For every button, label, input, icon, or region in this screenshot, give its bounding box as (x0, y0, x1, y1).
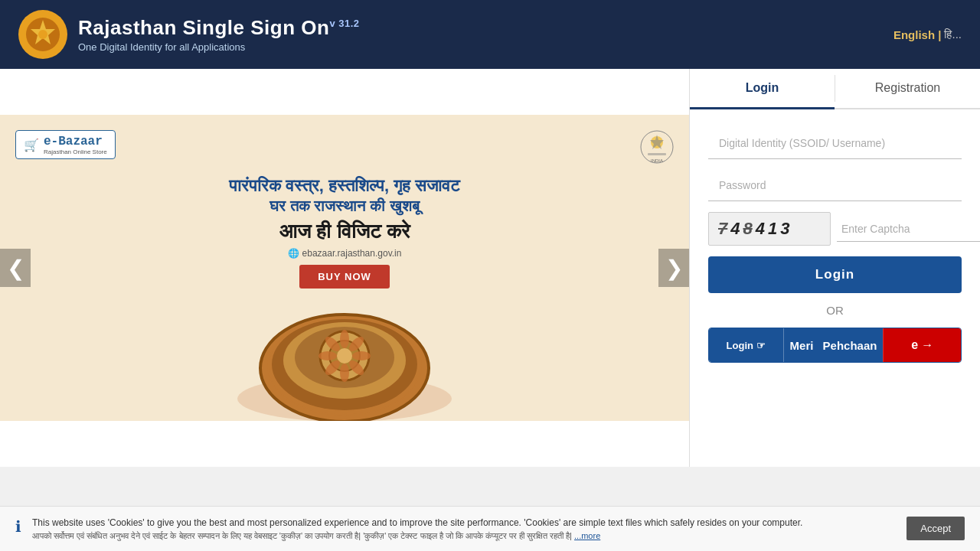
captcha-digit-4: 4 (756, 219, 765, 239)
svg-point-21 (340, 364, 349, 382)
alt-login-ekart-button[interactable]: e → (883, 328, 961, 362)
slide-cta-text: आज ही विजिट करे (279, 220, 410, 243)
meri-text: Meri (790, 339, 814, 352)
version-label: v 31.2 (329, 18, 359, 29)
svg-point-16 (337, 348, 352, 364)
captcha-digits: 7 4 8 4 1 3 (718, 219, 790, 239)
site-title: Rajasthan Single Sign Onv 31.2 (78, 16, 360, 40)
carousel-slide-1: 🛒 e-Bazaar Rajasthan Online Store IN (0, 115, 689, 421)
login-button[interactable]: Login (708, 256, 962, 293)
login-form: 7 4 8 4 1 3 🔊 ↺ Login OR (690, 109, 980, 378)
login-section: Login Registration 7 4 8 4 1 3 (689, 69, 980, 467)
captcha-digit-5: 1 (768, 219, 777, 239)
url-icon: 🌐 (288, 248, 299, 259)
captcha-row: 7 4 8 4 1 3 🔊 ↺ (708, 212, 962, 246)
buy-now-button[interactable]: BUY NOW (299, 265, 390, 289)
carousel-inner: 🛒 e-Bazaar Rajasthan Online Store IN (0, 115, 689, 421)
or-divider: OR (708, 304, 962, 317)
alt-login-row: Login ☞ Meri Pehchaan e → (708, 328, 962, 363)
slide-url: 🌐 ebazaar.rajasthan.gov.in (288, 248, 402, 259)
header-logo-area: Rajasthan Single Sign Onv 31.2 One Digit… (18, 10, 360, 59)
lang-english-link[interactable]: English | (893, 28, 942, 41)
tab-registration[interactable]: Registration (835, 69, 980, 109)
carousel-prev-button[interactable]: ❮ (0, 249, 31, 287)
govt-emblem: INDIA (640, 130, 674, 164)
svg-point-19 (352, 351, 371, 360)
ekart-arrow: → (921, 338, 933, 352)
svg-point-3 (38, 30, 47, 39)
language-switcher: English | हि... (893, 28, 962, 41)
ebazaar-brand-name: e-Bazaar (44, 135, 103, 148)
slide-header: 🛒 e-Bazaar Rajasthan Online Store IN (15, 130, 674, 164)
cart-icon: 🛒 (24, 138, 39, 152)
captcha-input[interactable] (837, 217, 980, 242)
svg-point-23 (318, 351, 337, 360)
captcha-digit-1: 7 (718, 219, 727, 239)
pehchaan-text: Pehchaan (823, 339, 877, 352)
login-tab-bar: Login Registration (690, 69, 980, 109)
captcha-image-box: 7 4 8 4 1 3 (708, 212, 831, 246)
ebazaar-brand-sub: Rajasthan Online Store (44, 148, 107, 155)
captcha-digit-3: 8 (743, 219, 753, 239)
slide-image-area (15, 299, 674, 421)
slide-heading-2: घर तक राजस्थान की खुशबू (270, 197, 419, 215)
svg-rect-7 (648, 153, 666, 155)
alt-login-meri-button[interactable]: Login ☞ (709, 328, 783, 362)
rajasthan-logo (18, 10, 67, 59)
carousel-section: ❮ 🛒 e-Bazaar Rajasthan Online Store (0, 69, 689, 467)
lang-hindi-link[interactable]: हि... (944, 28, 962, 41)
username-input[interactable] (708, 128, 962, 159)
tab-login[interactable]: Login (690, 69, 835, 109)
captcha-digit-6: 3 (780, 219, 789, 239)
main-content: ❮ 🛒 e-Bazaar Rajasthan Online Store (0, 69, 980, 467)
slide-heading-1: पारंपरिक वस्त्र, हस्तशिल्प, गृह सजावट (229, 176, 461, 196)
captcha-digit-2: 4 (730, 219, 740, 239)
site-subtitle: One Digital Identity for all Application… (78, 41, 360, 53)
header-title-block: Rajasthan Single Sign Onv 31.2 One Digit… (78, 16, 360, 53)
alt-login-pehchaan-button[interactable]: Meri Pehchaan (783, 328, 884, 362)
ebazaar-logo: 🛒 e-Bazaar Rajasthan Online Store (15, 130, 116, 159)
craft-image (222, 299, 467, 421)
ekart-letter: e (911, 338, 918, 352)
carousel-next-button[interactable]: ❯ (658, 249, 689, 287)
svg-point-17 (340, 330, 349, 348)
svg-text:INDIA: INDIA (651, 158, 663, 163)
finger-icon: ☞ (756, 340, 766, 351)
meri-label: Login (727, 340, 753, 351)
password-input[interactable] (708, 170, 962, 201)
site-header: Rajasthan Single Sign Onv 31.2 One Digit… (0, 0, 980, 69)
